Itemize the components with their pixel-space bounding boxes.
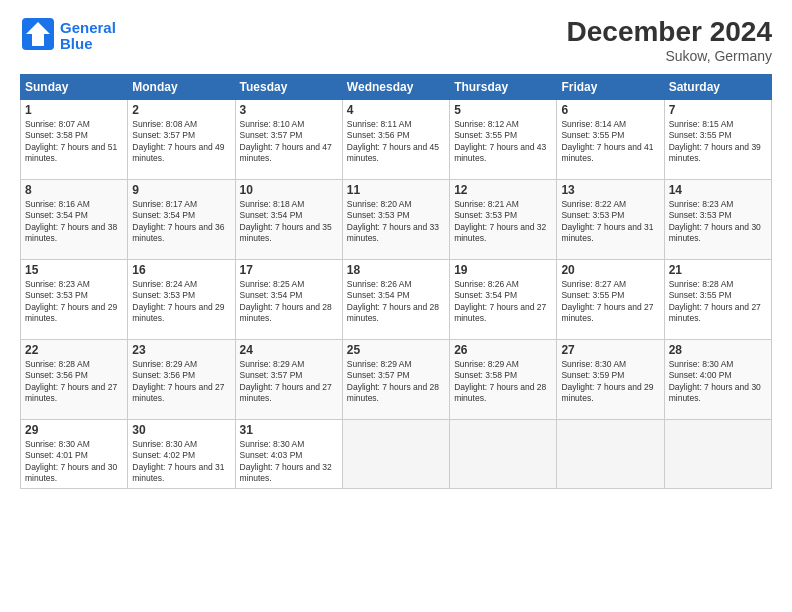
day-info: Sunrise: 8:11 AM Sunset: 3:56 PM Dayligh… — [347, 119, 445, 165]
calendar-cell: 9 Sunrise: 8:17 AM Sunset: 3:54 PM Dayli… — [128, 180, 235, 260]
day-info: Sunrise: 8:15 AM Sunset: 3:55 PM Dayligh… — [669, 119, 767, 165]
day-info: Sunrise: 8:30 AM Sunset: 4:03 PM Dayligh… — [240, 439, 338, 485]
calendar-cell: 17 Sunrise: 8:25 AM Sunset: 3:54 PM Dayl… — [235, 260, 342, 340]
day-number: 14 — [669, 183, 767, 197]
day-number: 12 — [454, 183, 552, 197]
calendar-cell — [342, 420, 449, 489]
day-info: Sunrise: 8:29 AM Sunset: 3:56 PM Dayligh… — [132, 359, 230, 405]
calendar-cell: 23 Sunrise: 8:29 AM Sunset: 3:56 PM Dayl… — [128, 340, 235, 420]
calendar-cell: 27 Sunrise: 8:30 AM Sunset: 3:59 PM Dayl… — [557, 340, 664, 420]
day-info: Sunrise: 8:07 AM Sunset: 3:58 PM Dayligh… — [25, 119, 123, 165]
calendar-cell: 12 Sunrise: 8:21 AM Sunset: 3:53 PM Dayl… — [450, 180, 557, 260]
day-number: 13 — [561, 183, 659, 197]
day-info: Sunrise: 8:30 AM Sunset: 3:59 PM Dayligh… — [561, 359, 659, 405]
day-info: Sunrise: 8:12 AM Sunset: 3:55 PM Dayligh… — [454, 119, 552, 165]
calendar-table: SundayMondayTuesdayWednesdayThursdayFrid… — [20, 74, 772, 489]
logo: General Blue — [20, 16, 116, 56]
day-number: 15 — [25, 263, 123, 277]
day-info: Sunrise: 8:22 AM Sunset: 3:53 PM Dayligh… — [561, 199, 659, 245]
day-info: Sunrise: 8:08 AM Sunset: 3:57 PM Dayligh… — [132, 119, 230, 165]
calendar-row: 8 Sunrise: 8:16 AM Sunset: 3:54 PM Dayli… — [21, 180, 772, 260]
day-info: Sunrise: 8:20 AM Sunset: 3:53 PM Dayligh… — [347, 199, 445, 245]
day-number: 27 — [561, 343, 659, 357]
day-info: Sunrise: 8:21 AM Sunset: 3:53 PM Dayligh… — [454, 199, 552, 245]
day-info: Sunrise: 8:17 AM Sunset: 3:54 PM Dayligh… — [132, 199, 230, 245]
calendar-cell: 24 Sunrise: 8:29 AM Sunset: 3:57 PM Dayl… — [235, 340, 342, 420]
day-number: 20 — [561, 263, 659, 277]
day-number: 23 — [132, 343, 230, 357]
day-of-week-header: Tuesday — [235, 75, 342, 100]
day-info: Sunrise: 8:26 AM Sunset: 3:54 PM Dayligh… — [347, 279, 445, 325]
day-number: 8 — [25, 183, 123, 197]
calendar-cell: 10 Sunrise: 8:18 AM Sunset: 3:54 PM Dayl… — [235, 180, 342, 260]
calendar-cell — [664, 420, 771, 489]
calendar-cell: 19 Sunrise: 8:26 AM Sunset: 3:54 PM Dayl… — [450, 260, 557, 340]
calendar-cell: 29 Sunrise: 8:30 AM Sunset: 4:01 PM Dayl… — [21, 420, 128, 489]
page: General Blue December 2024 Sukow, German… — [0, 0, 792, 612]
day-info: Sunrise: 8:16 AM Sunset: 3:54 PM Dayligh… — [25, 199, 123, 245]
day-info: Sunrise: 8:18 AM Sunset: 3:54 PM Dayligh… — [240, 199, 338, 245]
day-info: Sunrise: 8:28 AM Sunset: 3:56 PM Dayligh… — [25, 359, 123, 405]
calendar-cell: 5 Sunrise: 8:12 AM Sunset: 3:55 PM Dayli… — [450, 100, 557, 180]
day-number: 28 — [669, 343, 767, 357]
day-of-week-header: Thursday — [450, 75, 557, 100]
calendar-header-row: SundayMondayTuesdayWednesdayThursdayFrid… — [21, 75, 772, 100]
day-number: 16 — [132, 263, 230, 277]
day-info: Sunrise: 8:29 AM Sunset: 3:57 PM Dayligh… — [240, 359, 338, 405]
calendar-cell: 2 Sunrise: 8:08 AM Sunset: 3:57 PM Dayli… — [128, 100, 235, 180]
day-number: 4 — [347, 103, 445, 117]
day-number: 7 — [669, 103, 767, 117]
day-info: Sunrise: 8:30 AM Sunset: 4:00 PM Dayligh… — [669, 359, 767, 405]
day-number: 11 — [347, 183, 445, 197]
calendar-row: 29 Sunrise: 8:30 AM Sunset: 4:01 PM Dayl… — [21, 420, 772, 489]
day-number: 30 — [132, 423, 230, 437]
day-info: Sunrise: 8:24 AM Sunset: 3:53 PM Dayligh… — [132, 279, 230, 325]
calendar-cell — [450, 420, 557, 489]
day-info: Sunrise: 8:26 AM Sunset: 3:54 PM Dayligh… — [454, 279, 552, 325]
day-number: 10 — [240, 183, 338, 197]
calendar-cell: 11 Sunrise: 8:20 AM Sunset: 3:53 PM Dayl… — [342, 180, 449, 260]
calendar-cell: 7 Sunrise: 8:15 AM Sunset: 3:55 PM Dayli… — [664, 100, 771, 180]
day-number: 5 — [454, 103, 552, 117]
calendar-cell: 6 Sunrise: 8:14 AM Sunset: 3:55 PM Dayli… — [557, 100, 664, 180]
day-number: 31 — [240, 423, 338, 437]
calendar-cell: 26 Sunrise: 8:29 AM Sunset: 3:58 PM Dayl… — [450, 340, 557, 420]
day-number: 3 — [240, 103, 338, 117]
title-block: December 2024 Sukow, Germany — [567, 16, 772, 64]
logo-text-blue: Blue — [60, 36, 116, 53]
location: Sukow, Germany — [567, 48, 772, 64]
calendar-cell: 18 Sunrise: 8:26 AM Sunset: 3:54 PM Dayl… — [342, 260, 449, 340]
header: General Blue December 2024 Sukow, German… — [20, 16, 772, 64]
day-info: Sunrise: 8:14 AM Sunset: 3:55 PM Dayligh… — [561, 119, 659, 165]
day-number: 6 — [561, 103, 659, 117]
calendar-cell: 8 Sunrise: 8:16 AM Sunset: 3:54 PM Dayli… — [21, 180, 128, 260]
day-info: Sunrise: 8:10 AM Sunset: 3:57 PM Dayligh… — [240, 119, 338, 165]
day-number: 18 — [347, 263, 445, 277]
day-info: Sunrise: 8:25 AM Sunset: 3:54 PM Dayligh… — [240, 279, 338, 325]
day-info: Sunrise: 8:27 AM Sunset: 3:55 PM Dayligh… — [561, 279, 659, 325]
day-info: Sunrise: 8:23 AM Sunset: 3:53 PM Dayligh… — [25, 279, 123, 325]
calendar-cell: 28 Sunrise: 8:30 AM Sunset: 4:00 PM Dayl… — [664, 340, 771, 420]
calendar-cell: 15 Sunrise: 8:23 AM Sunset: 3:53 PM Dayl… — [21, 260, 128, 340]
day-info: Sunrise: 8:28 AM Sunset: 3:55 PM Dayligh… — [669, 279, 767, 325]
day-number: 26 — [454, 343, 552, 357]
day-number: 29 — [25, 423, 123, 437]
calendar-cell: 25 Sunrise: 8:29 AM Sunset: 3:57 PM Dayl… — [342, 340, 449, 420]
calendar-row: 22 Sunrise: 8:28 AM Sunset: 3:56 PM Dayl… — [21, 340, 772, 420]
calendar-cell: 1 Sunrise: 8:07 AM Sunset: 3:58 PM Dayli… — [21, 100, 128, 180]
calendar-cell: 22 Sunrise: 8:28 AM Sunset: 3:56 PM Dayl… — [21, 340, 128, 420]
day-info: Sunrise: 8:30 AM Sunset: 4:01 PM Dayligh… — [25, 439, 123, 485]
logo-text-general: General — [60, 20, 116, 37]
day-number: 17 — [240, 263, 338, 277]
day-info: Sunrise: 8:29 AM Sunset: 3:57 PM Dayligh… — [347, 359, 445, 405]
calendar-cell: 16 Sunrise: 8:24 AM Sunset: 3:53 PM Dayl… — [128, 260, 235, 340]
day-of-week-header: Wednesday — [342, 75, 449, 100]
calendar-cell: 13 Sunrise: 8:22 AM Sunset: 3:53 PM Dayl… — [557, 180, 664, 260]
logo-icon — [20, 16, 56, 52]
day-of-week-header: Friday — [557, 75, 664, 100]
day-number: 2 — [132, 103, 230, 117]
day-of-week-header: Sunday — [21, 75, 128, 100]
day-info: Sunrise: 8:23 AM Sunset: 3:53 PM Dayligh… — [669, 199, 767, 245]
day-number: 22 — [25, 343, 123, 357]
calendar-cell — [557, 420, 664, 489]
